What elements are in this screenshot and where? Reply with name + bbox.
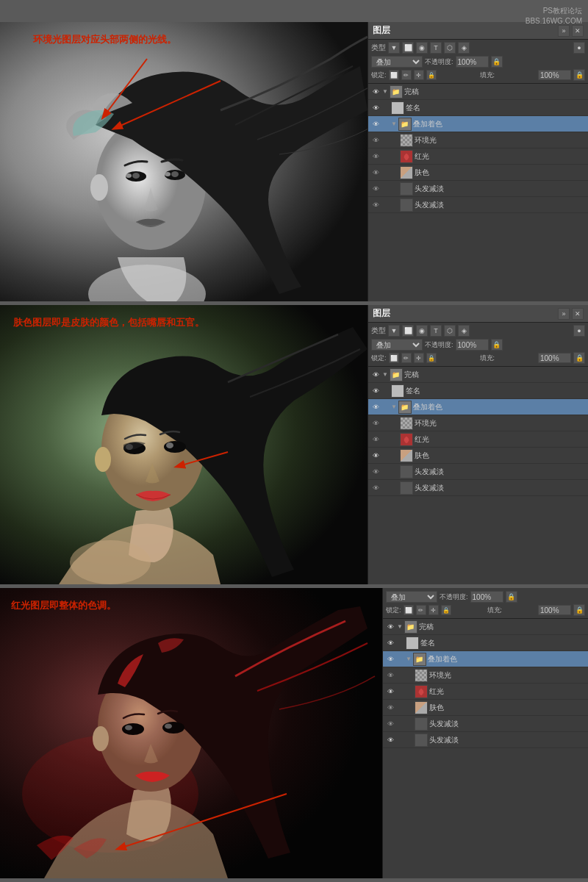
eye-icon-2-5[interactable]: 👁 xyxy=(370,434,381,445)
filter-sm-icon-2[interactable]: ◈ xyxy=(458,325,470,337)
layer-row-wangao-3[interactable]: 👁 ▼ 📁 完稿 xyxy=(383,619,588,635)
filter-t-icon-2[interactable]: T xyxy=(430,325,442,337)
lock-m-icon-3[interactable]: ✛ xyxy=(429,605,439,615)
layer-row-toufa1-1[interactable]: 👁 头发减淡 xyxy=(368,181,588,197)
eye-icon-3[interactable]: 👁 xyxy=(370,119,381,129)
layer-row-qianming-1[interactable]: 👁 签名 xyxy=(368,100,588,116)
layer-row-fuse-1[interactable]: 👁 肤色 xyxy=(368,165,588,181)
opacity-input-2[interactable] xyxy=(456,339,489,351)
filter-adj-icon[interactable]: ◉ xyxy=(416,42,428,54)
lock-t-icon-3[interactable]: ⬜ xyxy=(404,605,414,615)
fill-input-1[interactable] xyxy=(538,70,571,80)
blend-mode-select-2[interactable]: 叠加 xyxy=(371,339,423,351)
eye-icon-4[interactable]: 👁 xyxy=(370,135,381,146)
layer-row-diejia-1[interactable]: 👁 ▼ 📁 叠加着色 xyxy=(368,116,588,132)
eye-icon-3-3[interactable]: 👁 xyxy=(385,654,395,664)
layer-row-fuse-2[interactable]: 👁 肤色 xyxy=(368,448,588,464)
filter-a-icon-2[interactable]: ◉ xyxy=(416,325,428,337)
filter-toggle-icon[interactable]: ● xyxy=(573,42,585,54)
eye-icon-3-2[interactable]: 👁 xyxy=(385,638,395,648)
eye-icon-2-2[interactable]: 👁 xyxy=(370,386,381,396)
layer-row-toufa2-2[interactable]: 👁 头发减淡 xyxy=(368,480,588,496)
lock-brush-icon[interactable]: ✏ xyxy=(401,70,412,80)
lock-m-icon-2[interactable]: ✛ xyxy=(414,353,424,363)
layer-thumb-3-6 xyxy=(415,701,428,714)
svg-point-9 xyxy=(90,174,108,201)
layer-thumb-2-8 xyxy=(400,481,413,495)
eye-icon-7[interactable]: 👁 xyxy=(370,184,381,194)
eye-icon-2[interactable]: 👁 xyxy=(370,103,381,113)
fill-input-2[interactable] xyxy=(538,353,571,363)
layer-thumb-2-3: 📁 xyxy=(398,401,412,414)
fill-lock-icon[interactable]: 🔒 xyxy=(573,69,585,81)
eye-icon-2-1[interactable]: 👁 xyxy=(370,370,381,380)
layers-close-icon-2[interactable]: ✕ xyxy=(572,308,584,320)
opacity-lock-icon-1[interactable]: 🔒 xyxy=(491,56,503,68)
layer-row-qianming-2[interactable]: 👁 签名 xyxy=(368,383,588,399)
lock-b-icon-2[interactable]: ✏ xyxy=(401,353,412,363)
lock-b-icon-3[interactable]: ✏ xyxy=(416,605,426,615)
eye-icon-3-1[interactable]: 👁 xyxy=(385,622,395,632)
layers-menu-icon-2[interactable]: » xyxy=(558,308,570,320)
eye-icon-2-8[interactable]: 👁 xyxy=(370,483,381,493)
layer-row-diejia-2[interactable]: 👁 ▼ 📁 叠加着色 xyxy=(368,399,588,415)
layer-name-3-8: 头发减淡 xyxy=(429,735,586,745)
filter-tog-icon-2[interactable]: ● xyxy=(573,325,585,337)
filter-s-icon-2[interactable]: ⬡ xyxy=(444,325,456,337)
eye-icon-5[interactable]: 👁 xyxy=(370,151,381,162)
opacity-lock-icon-3[interactable]: 🔒 xyxy=(506,591,517,603)
layer-row-qianming-3[interactable]: 👁 签名 xyxy=(383,635,588,651)
lock-all-icon[interactable]: 🔒 xyxy=(426,70,437,80)
lock-move-icon[interactable]: ✛ xyxy=(414,70,424,80)
eye-icon-2-6[interactable]: 👁 xyxy=(370,451,381,461)
layer-row-hongguang-3[interactable]: 👁 红光 xyxy=(383,684,588,700)
blend-mode-select-1[interactable]: 叠加 xyxy=(371,56,423,68)
fill-input-3[interactable] xyxy=(538,605,571,615)
opacity-lock-icon-2[interactable]: 🔒 xyxy=(491,339,503,351)
filter-pixel-icon[interactable]: ⬜ xyxy=(402,42,414,54)
eye-icon-3-4[interactable]: 👁 xyxy=(385,670,395,681)
layer-row-hongguang-2[interactable]: 👁 红光 xyxy=(368,431,588,448)
layer-row-hongguang-1[interactable]: 👁 红光 xyxy=(368,148,588,165)
layer-row-huanjing-3[interactable]: 👁 环境光 xyxy=(383,667,588,684)
layer-row-diejia-3[interactable]: 👁 ▼ 📁 叠加着色 xyxy=(383,651,588,667)
eye-icon-2-7[interactable]: 👁 xyxy=(370,467,381,477)
layer-row-toufa1-3[interactable]: 👁 头发减淡 xyxy=(383,716,588,732)
filter-p-icon-2[interactable]: ⬜ xyxy=(402,325,414,337)
opacity-input-3[interactable] xyxy=(470,591,503,603)
lock-a-icon-2[interactable]: 🔒 xyxy=(426,353,437,363)
eye-icon-3-7[interactable]: 👁 xyxy=(385,719,395,729)
lock-a-icon-3[interactable]: 🔒 xyxy=(441,605,451,615)
opacity-input-1[interactable] xyxy=(456,56,489,68)
eye-icon-1[interactable]: 👁 xyxy=(370,87,381,97)
eye-icon-2-4[interactable]: 👁 xyxy=(370,418,381,429)
eye-icon-3-8[interactable]: 👁 xyxy=(385,735,395,745)
blend-mode-select-3[interactable]: 叠加 xyxy=(386,591,437,603)
eye-icon-3-6[interactable]: 👁 xyxy=(385,703,395,713)
eye-icon-8[interactable]: 👁 xyxy=(370,200,381,210)
layer-row-huanjing-2[interactable]: 👁 环境光 xyxy=(368,415,588,431)
panel-3: 红光图层即整体的色调。 叠加 不透明度: 🔒 锁定: xyxy=(0,588,588,878)
layer-row-wangao-1[interactable]: 👁 ▼ 📁 完稿 xyxy=(368,84,588,100)
filter-text-icon[interactable]: T xyxy=(430,42,442,54)
lock-transparent-icon[interactable]: ⬜ xyxy=(389,70,399,80)
layer-row-wangao-2[interactable]: 👁 ▼ 📁 完稿 xyxy=(368,367,588,383)
filter-type-icon[interactable]: ▼ xyxy=(388,42,400,54)
svg-point-19 xyxy=(95,447,111,472)
eye-icon-2-3[interactable]: 👁 xyxy=(370,402,381,412)
filter-type-icon-2[interactable]: ▼ xyxy=(388,325,400,337)
fill-lock-icon-3[interactable]: 🔒 xyxy=(573,604,585,616)
layer-row-fuse-3[interactable]: 👁 肤色 xyxy=(383,700,588,716)
filter-smart-icon[interactable]: ◈ xyxy=(458,42,470,54)
fill-lock-icon-2[interactable]: 🔒 xyxy=(573,352,585,364)
eye-icon-6[interactable]: 👁 xyxy=(370,168,381,178)
layer-row-toufa2-1[interactable]: 👁 头发减淡 xyxy=(368,197,588,213)
layer-row-toufa1-2[interactable]: 👁 头发减淡 xyxy=(368,464,588,480)
svg-point-7 xyxy=(126,173,132,178)
layer-thumb-3: 📁 xyxy=(398,118,412,131)
eye-icon-3-5[interactable]: 👁 xyxy=(385,686,395,697)
layer-row-toufa2-3[interactable]: 👁 头发减淡 xyxy=(383,732,588,748)
layer-row-huanjing-1[interactable]: 👁 环境光 xyxy=(368,132,588,148)
filter-shape-icon[interactable]: ⬡ xyxy=(444,42,456,54)
lock-t-icon-2[interactable]: ⬜ xyxy=(389,353,399,363)
